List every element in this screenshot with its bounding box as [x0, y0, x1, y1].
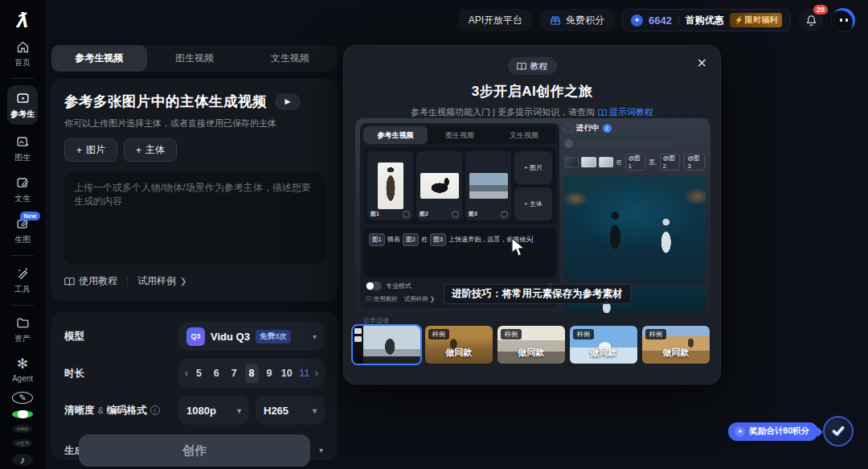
plus-icon: + [136, 145, 141, 156]
quality-row: 清晰度 & 编码格式 i 1080p ▾ H265 ▾ [64, 396, 325, 425]
model-label: 模型 [64, 330, 84, 344]
api-platform-button[interactable]: API开放平台 [459, 9, 532, 31]
pro-mode-toggle [366, 282, 382, 290]
wechat-icon[interactable] [12, 410, 33, 418]
gallery-card-sample[interactable]: 样例 做同款 [570, 326, 637, 364]
play-intro-button[interactable]: ▶ [275, 93, 301, 110]
info-icon[interactable]: i [150, 405, 160, 415]
sidebar-item-tools[interactable]: 工具 [14, 265, 31, 295]
credit-coin-icon: ✦ [735, 426, 745, 437]
sidebar-item-reference-gen[interactable]: 参考生 [7, 85, 38, 125]
mini-thumbnail [564, 157, 579, 167]
duration-option[interactable]: 10 [280, 368, 293, 379]
duration-option[interactable]: 6 [210, 368, 223, 379]
sidebar-item-assets[interactable]: 资产 [14, 315, 31, 344]
thumb-bottombar [353, 356, 420, 364]
make-same-label: 做同款 [570, 347, 637, 359]
sidebar-item-text-gen[interactable]: 文生 [14, 175, 31, 204]
folder-icon [14, 315, 31, 331]
scroll-right-icon[interactable]: › [315, 368, 318, 379]
tutorial-badge: 教程 [508, 57, 557, 75]
first-purchase-label: 首购优惠 [686, 14, 724, 27]
main-panel: 参考生视频 图生视频 文生视频 参考多张图片中的主体生成视频 ▶ 你可以上传图片… [51, 45, 338, 460]
feedback-pen-icon[interactable]: ✎ [12, 392, 33, 404]
limited-benefit-badge: ⚡ 限时福利 [730, 13, 782, 27]
generate-row: 生成 ▾ 创作 [64, 433, 325, 452]
duration-label: 时长 [64, 367, 84, 381]
scroll-left-icon[interactable]: ‹ [185, 368, 188, 379]
duration-option[interactable]: 5 [192, 368, 206, 379]
make-same-label: 做同款 [425, 347, 493, 359]
sidebar-item-label: 首页 [14, 57, 31, 68]
prompt-input[interactable] [64, 172, 325, 265]
sidebar-item-agent[interactable]: ✻ Agent [12, 356, 33, 383]
checkbox-icon [564, 124, 573, 133]
duration-option[interactable]: 7 [227, 368, 241, 379]
free-credits-button[interactable]: 免费积分 [540, 9, 614, 31]
page-title: 参考多张图片中的主体生成视频 [64, 92, 267, 111]
sidebar-item-label: 生图 [14, 234, 31, 245]
prompt-tutorial-link[interactable]: 提示词教程 [598, 106, 653, 118]
pro-tip-tooltip: 进阶技巧：将常用元素保存为参考素材 [444, 284, 631, 304]
vidu-logo[interactable]: ƛ [17, 8, 28, 33]
xiaohongshu-icon[interactable]: 小红书 [12, 439, 33, 447]
sample-link[interactable]: 试用样例 ❯ [137, 274, 186, 288]
pro-mode-label: 专业模式 [386, 282, 411, 290]
blurred-user-text [576, 141, 671, 146]
model-row: 模型 Q3 Vidu Q3 免费3次 ▾ [64, 322, 325, 351]
cowboy-image [378, 163, 403, 209]
reward-label: 奖励合计80积分 [749, 426, 809, 437]
book-icon [64, 277, 75, 286]
gallery-card-sample[interactable]: 样例 做同款 [642, 326, 710, 364]
sidebar-item-image-gen[interactable]: 图生 [14, 134, 31, 163]
divers-result-image [564, 175, 706, 282]
demo-add-image-button: + 图片 [514, 151, 552, 184]
bell-icon [805, 14, 817, 27]
codec-select[interactable]: H265 ▾ [256, 396, 325, 425]
add-subject-button[interactable]: + 主体 [124, 138, 177, 162]
bilibili-icon[interactable]: bilibili [12, 425, 33, 433]
gallery-card-sample[interactable]: 样例 做同款 [425, 326, 493, 364]
duration-option[interactable]: 11 [297, 368, 311, 379]
demo-add-subject-button: + 主体 [514, 187, 552, 220]
duration-row: 时长 ‹ 5 6 7 8 9 10 11 › [64, 359, 325, 388]
new-badge: New [20, 212, 40, 220]
sidebar-item-label: Agent [12, 374, 33, 383]
gift-icon [550, 14, 561, 26]
gear-icon [501, 211, 508, 218]
model-select[interactable]: Q3 Vidu Q3 免费3次 ▾ [178, 322, 325, 351]
sidebar-item-home[interactable]: 首页 [14, 39, 31, 68]
credits-promo-pill[interactable]: ✦ 6642 | 首购优惠 ⚡ 限时福利 [622, 9, 791, 31]
resolution-select[interactable]: 1080p ▾ [178, 396, 249, 425]
tab-reference-video[interactable]: 参考生视频 [51, 45, 147, 72]
sidebar-item-label: 工具 [14, 284, 31, 295]
reward-check-button[interactable] [823, 416, 854, 446]
tab-image-video[interactable]: 图生视频 [147, 45, 243, 72]
mouse-cursor-icon [510, 237, 527, 258]
gallery-caption: 边学边做 [363, 316, 389, 325]
quality-codec-label: 清晰度 & 编码格式 i [64, 404, 160, 418]
mode-tabbar: 参考生视频 图生视频 文生视频 [51, 45, 338, 72]
tab-text-video[interactable]: 文生视频 [242, 45, 338, 72]
gallery-card-tutorial[interactable] [353, 326, 420, 364]
add-image-button[interactable]: + 图片 [64, 138, 117, 162]
sidebar-item-image-create[interactable]: New 生图 [14, 216, 31, 245]
duration-option-selected[interactable]: 8 [245, 364, 259, 383]
gallery-card-sample[interactable]: 样例 做同款 [497, 326, 565, 364]
demo-ref-image-2: 图2 [416, 151, 462, 220]
tutorial-link[interactable]: 使用教程 [64, 274, 117, 288]
model-q3-icon: Q3 [186, 327, 205, 346]
douyin-icon[interactable]: ♪ [12, 454, 33, 466]
create-button[interactable]: 创作 [79, 434, 310, 467]
user-avatar[interactable] [831, 8, 855, 32]
lightning-icon: ⚡ [735, 16, 743, 24]
tutorial-modal: ✕ 教程 3步开启AI创作之旅 参考生视频功能入门 | 更多提示词知识，请查阅 … [343, 45, 721, 385]
close-icon[interactable]: ✕ [697, 56, 707, 71]
sample-badge: 样例 [501, 329, 522, 339]
duration-option[interactable]: 9 [262, 368, 276, 379]
free-trials-badge: 免费3次 [256, 330, 291, 344]
free-credits-label: 免费积分 [566, 14, 604, 27]
notification-button[interactable]: 20 [799, 8, 823, 32]
composer-card: 参考多张图片中的主体生成视频 ▶ 你可以上传图片选择主体，或者直接使用已保存的主… [51, 79, 338, 301]
demo-results-mock: 进行中 2 在 @图1 里, @图2 @图3 [564, 123, 706, 308]
